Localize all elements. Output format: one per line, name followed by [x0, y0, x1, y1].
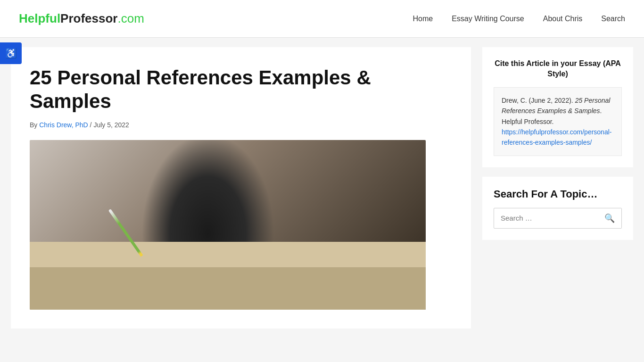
accessibility-icon: ♿ — [5, 48, 17, 59]
main-content: 25 Personal References Examples & Sample… — [11, 47, 471, 329]
hero-image — [30, 140, 426, 310]
search-card: Search For A Topic… 🔍 — [482, 177, 633, 240]
logo-professor: Professor — [60, 11, 117, 26]
main-nav: Home Essay Writing Course About Chris Se… — [413, 15, 625, 23]
nav-item-search[interactable]: Search — [601, 15, 625, 23]
logo-com: .com — [118, 11, 144, 26]
search-submit-button[interactable]: 🔍 — [598, 208, 621, 228]
nav-item-essay-writing-course[interactable]: Essay Writing Course — [452, 15, 524, 23]
cite-url[interactable]: https://helpfulprofessor.com/personal-re… — [502, 128, 611, 146]
article-title: 25 Personal References Examples & Sample… — [30, 66, 452, 114]
search-section-title: Search For A Topic… — [494, 188, 622, 200]
cite-box: Drew, C. (June 2, 2022). 25 Personal Ref… — [494, 87, 622, 156]
search-input[interactable] — [494, 209, 598, 227]
article-date: July 5, 2022 — [93, 121, 129, 129]
article-meta: By Chris Drew, PhD / July 5, 2022 — [30, 121, 452, 129]
cite-card-title: Cite this Article in your Essay (APA Sty… — [494, 58, 622, 80]
content-layout: 25 Personal References Examples & Sample… — [11, 47, 633, 329]
site-header: HelpfulProfessor.com Home Essay Writing … — [0, 0, 644, 38]
cite-author: Drew, C. (June 2, 2022). — [502, 97, 575, 104]
cite-card: Cite this Article in your Essay (APA Sty… — [482, 47, 633, 167]
accessibility-button[interactable]: ♿ — [0, 42, 22, 64]
article-author[interactable]: Chris Drew, PhD — [39, 121, 88, 129]
site-logo[interactable]: HelpfulProfessor.com — [19, 11, 144, 26]
nav-item-about-chris[interactable]: About Chris — [543, 15, 583, 23]
nav-item-home[interactable]: Home — [413, 15, 433, 23]
page-wrapper: 25 Personal References Examples & Sample… — [0, 38, 644, 347]
logo-helpful: Helpful — [19, 11, 60, 26]
search-box-wrapper: 🔍 — [494, 208, 622, 229]
sidebar: Cite this Article in your Essay (APA Sty… — [482, 47, 633, 329]
meta-by: By — [30, 121, 37, 129]
search-icon: 🔍 — [604, 213, 615, 223]
